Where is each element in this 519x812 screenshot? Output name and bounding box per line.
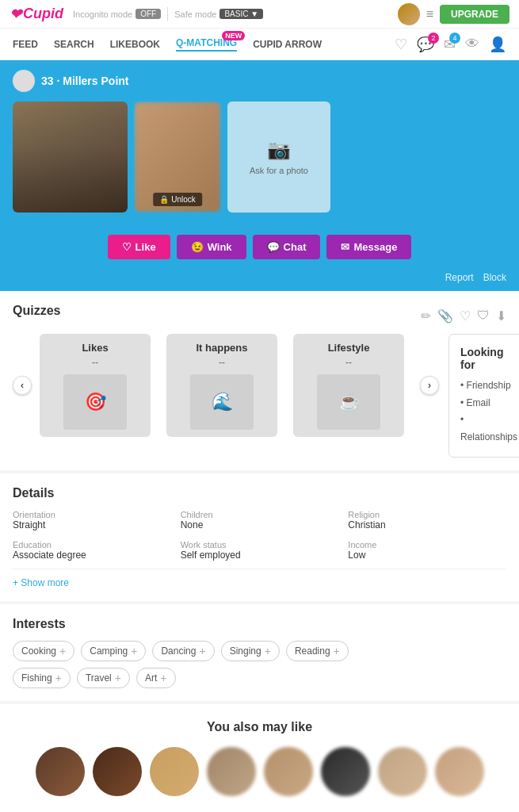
tag-cooking-plus[interactable]: +: [59, 645, 66, 657]
quiz-it-score: --: [219, 357, 225, 368]
detail-education: Education Associate degree: [13, 540, 171, 561]
report-link[interactable]: Report: [445, 272, 474, 283]
suggestion-6[interactable]: [321, 747, 370, 796]
quiz-it-illustration: 🌊: [190, 374, 254, 430]
quiz-likes-score: --: [92, 357, 98, 368]
suggestions-row: [13, 747, 506, 796]
tag-art-plus[interactable]: +: [160, 672, 166, 684]
upgrade-button[interactable]: UPGRADE: [440, 5, 509, 24]
tag-camping-plus[interactable]: +: [131, 645, 137, 657]
suggestion-3[interactable]: [150, 747, 199, 796]
unlock-label: Unlock: [171, 195, 196, 204]
details-title: Details: [13, 486, 506, 500]
you-may-like-title: You also may like: [13, 720, 506, 734]
quiz-card-likes[interactable]: Likes -- 🎯: [40, 334, 151, 437]
tag-singing-plus[interactable]: +: [265, 645, 271, 657]
download-icon[interactable]: ⬇: [496, 308, 506, 324]
suggestion-1[interactable]: [36, 747, 85, 796]
tag-cooking[interactable]: Cooking +: [13, 641, 74, 661]
quizzes-section: Quizzes ✏ 📎 ♡ 🛡 ⬇ ‹ Likes -- 🎯 It happen…: [0, 291, 519, 470]
tag-dancing[interactable]: Dancing +: [152, 641, 214, 661]
photo-lock-overlay[interactable]: 🔒 Unlock: [153, 193, 202, 206]
incognito-toggle[interactable]: OFF: [135, 9, 161, 19]
eye-icon[interactable]: 👁: [465, 36, 479, 52]
chat-button[interactable]: 💬 Chat: [253, 235, 321, 259]
tag-art[interactable]: Art +: [136, 668, 176, 688]
suggestion-5[interactable]: [264, 747, 313, 796]
photo-main-img: [13, 102, 128, 213]
looking-for-box: Looking for • Friendship • Email • Relat…: [448, 334, 519, 458]
qmatching-badge: New: [222, 31, 245, 40]
shield-icon[interactable]: 🛡: [477, 308, 490, 324]
quiz-card-lifestyle[interactable]: Lifestyle -- ☕: [293, 334, 404, 437]
action-buttons: ♡ Like 😉 Wink 💬 Chat ✉ Message: [0, 225, 519, 269]
looking-for-friendship: • Friendship: [460, 377, 517, 395]
detail-income: Income Low: [348, 540, 506, 561]
quiz-it-title: It happens: [196, 342, 247, 354]
detail-orientation: Orientation Straight: [13, 510, 171, 530]
suggestion-8[interactable]: [435, 747, 484, 796]
tag-travel[interactable]: Travel +: [77, 668, 130, 688]
tag-camping[interactable]: Camping +: [81, 641, 146, 661]
nav-feed[interactable]: FEED: [13, 39, 38, 50]
quizzes-main: ‹ Likes -- 🎯 It happens -- 🌊 Lifestyle -…: [13, 334, 506, 458]
message-button[interactable]: ✉ Message: [326, 235, 411, 259]
looking-for-relationships: • Relationships: [460, 412, 517, 446]
nav-qmatching[interactable]: Q-MATCHING New: [176, 37, 237, 52]
nav-items: FEED SEARCH LIKEBOOK Q-MATCHING New CUPI…: [13, 37, 395, 52]
tag-singing[interactable]: Singing +: [221, 641, 280, 661]
person-icon[interactable]: 👤: [489, 36, 506, 53]
toolbar-icons: ✏ 📎 ♡ 🛡 ⬇: [421, 308, 506, 324]
second-nav: FEED SEARCH LIKEBOOK Q-MATCHING New CUPI…: [0, 29, 519, 60]
wink-button[interactable]: 😉 Wink: [177, 235, 246, 259]
photo-ask-box[interactable]: 📷 Ask for a photo: [227, 102, 330, 213]
tag-travel-plus[interactable]: +: [115, 672, 121, 684]
like-button[interactable]: ♡ Like: [108, 235, 170, 259]
heart-toolbar-icon[interactable]: ♡: [460, 308, 471, 324]
suggestion-4[interactable]: [207, 747, 256, 796]
nav-search[interactable]: SEARCH: [54, 39, 94, 50]
tag-fishing-plus[interactable]: +: [55, 672, 62, 684]
tag-reading[interactable]: Reading +: [286, 641, 349, 661]
suggestion-7[interactable]: [378, 747, 427, 796]
detail-children: Children None: [181, 510, 339, 530]
tag-fishing[interactable]: Fishing +: [13, 668, 71, 688]
profile-header: 33 · Millers Point 🔒 Unlock 📷 Ask for a …: [0, 60, 519, 225]
edit-icon[interactable]: ✏: [421, 308, 431, 324]
nav-cupid-arrow[interactable]: CUPID ARROW: [253, 39, 322, 50]
detail-religion: Religion Christian: [348, 510, 506, 530]
block-link[interactable]: Block: [483, 272, 506, 283]
camera-icon: 📷: [267, 139, 291, 161]
message-icon: ✉: [341, 241, 349, 253]
quiz-lifestyle-illustration: ☕: [317, 374, 380, 430]
top-nav: ❤ Cupid Incognito mode OFF Safe mode BAS…: [0, 0, 519, 29]
suggestion-2[interactable]: [93, 747, 142, 796]
tag-reading-plus[interactable]: +: [334, 645, 340, 657]
interests-tags: Cooking + Camping + Dancing + Singing + …: [13, 641, 506, 688]
quiz-likes-illustration: 🎯: [63, 374, 127, 430]
photo-main-box[interactable]: [13, 102, 128, 213]
quiz-next-button[interactable]: ›: [420, 376, 439, 395]
user-avatar[interactable]: [398, 3, 420, 25]
mail-icon[interactable]: ✉4: [444, 36, 456, 53]
hamburger-icon[interactable]: ≡: [426, 7, 433, 21]
detail-work-status: Work status Self employed: [181, 540, 339, 561]
quiz-prev-button[interactable]: ‹: [13, 376, 32, 395]
heart-icon[interactable]: ♡: [395, 36, 407, 53]
looking-for-title: Looking for: [460, 346, 517, 371]
photo-locked-box[interactable]: 🔒 Unlock: [134, 102, 221, 213]
quiz-card-it-happens[interactable]: It happens -- 🌊: [166, 334, 277, 437]
logo-text: Cupid: [23, 6, 63, 22]
profile-name: 33 · Millers Point: [41, 75, 128, 87]
chat-nav-icon[interactable]: 💬2: [417, 36, 434, 53]
you-may-like-section: You also may like: [0, 704, 519, 812]
profile-name-line: 33 · Millers Point: [13, 70, 506, 92]
logo: ❤ Cupid: [10, 6, 63, 23]
show-more-button[interactable]: + Show more: [13, 577, 506, 588]
report-block-bar: Report Block: [0, 269, 519, 291]
divider-details: [13, 569, 506, 569]
safe-toggle[interactable]: BASIC ▼: [219, 9, 263, 19]
tag-dancing-plus[interactable]: +: [199, 645, 205, 657]
nav-likebook[interactable]: LIKEBOOK: [110, 39, 160, 50]
paperclip-icon[interactable]: 📎: [437, 308, 453, 324]
